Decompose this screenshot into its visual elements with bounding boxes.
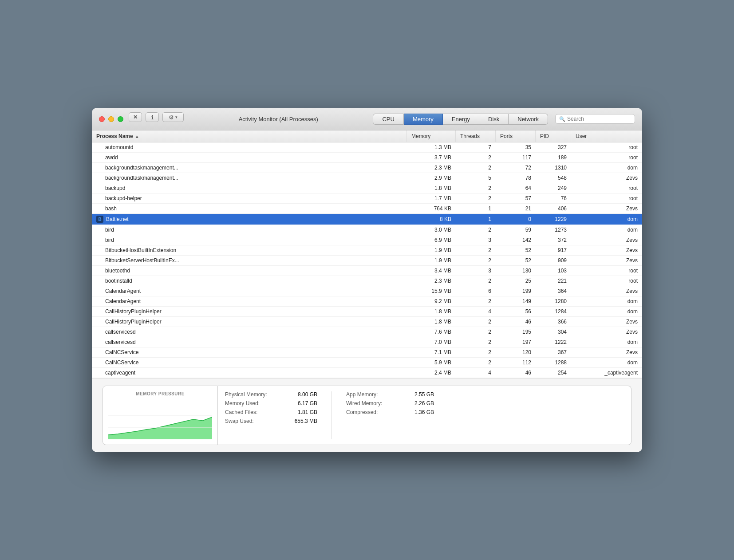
col-header-memory[interactable]: Memory (407, 130, 456, 142)
table-row[interactable]: backupd1.8 MB264249root (92, 183, 642, 193)
threads-cell: 7 (456, 142, 496, 152)
process-name-text: awdd (105, 154, 118, 161)
memory-cell: 9.2 MB (407, 296, 456, 306)
table-row[interactable]: bluetoothd3.4 MB3130103root (92, 266, 642, 276)
ports-cell: 46 (496, 317, 536, 327)
table-row[interactable]: backgroundtaskmanagement...2.3 MB2721310… (92, 163, 642, 173)
table-row[interactable]: CalNCService7.1 MB2120367Zevs (92, 347, 642, 358)
table-row[interactable]: BitbucketHostBuiltInExtension1.9 MB25291… (92, 245, 642, 256)
user-cell: dom (571, 358, 642, 367)
table-row[interactable]: automountd1.3 MB735327root (92, 142, 642, 153)
col-header-ports[interactable]: Ports (496, 130, 536, 142)
col-header-user[interactable]: User (571, 130, 642, 142)
table-body: automountd1.3 MB735327rootawdd3.7 MB2117… (92, 142, 642, 378)
user-cell: dom (571, 214, 642, 225)
user-cell: root (571, 276, 642, 286)
process-name-cell: BBattle.net (92, 214, 407, 225)
user-cell: Zevs (571, 235, 642, 245)
search-box[interactable]: 🔍 (555, 114, 635, 124)
pid-cell: 548 (536, 173, 571, 183)
search-input[interactable] (567, 116, 631, 122)
threads-cell: 2 (456, 225, 496, 235)
info-button[interactable]: ℹ (146, 112, 159, 122)
pid-cell: 1288 (536, 358, 571, 367)
table-row[interactable]: awdd3.7 MB2117189root (92, 153, 642, 163)
ports-cell: 130 (496, 266, 536, 276)
window-title: Activity Monitor (All Processes) (184, 116, 373, 122)
tab-memory[interactable]: Memory (404, 114, 443, 125)
mp-divider (108, 400, 212, 400)
table-row[interactable]: BitbucketServerHostBuiltInEx...1.9 MB252… (92, 256, 642, 266)
threads-cell: 2 (456, 296, 496, 306)
ports-cell: 112 (496, 358, 536, 367)
table-row[interactable]: callservicesd7.0 MB21971222dom (92, 337, 642, 347)
tab-energy[interactable]: Energy (443, 114, 479, 125)
threads-cell: 4 (456, 307, 496, 316)
memory-pressure-chart (108, 404, 212, 439)
table-row[interactable]: CallHistoryPluginHelper1.8 MB4561284dom (92, 307, 642, 317)
process-name-text: CalendarAgent (105, 288, 141, 294)
close-button[interactable] (99, 116, 105, 122)
gear-icon: ⚙ (169, 114, 174, 121)
table-row[interactable]: backupd-helper1.7 MB25776root (92, 193, 642, 204)
memory-cell: 1.8 MB (407, 317, 456, 327)
stat-value: 1.81 GB (286, 409, 317, 415)
threads-cell: 6 (456, 286, 496, 296)
process-name-cell: backgroundtaskmanagement... (92, 163, 407, 173)
process-name-cell: CalNCService (92, 347, 407, 357)
maximize-button[interactable] (118, 116, 123, 122)
ports-cell: 0 (496, 214, 536, 225)
stat-value: 6.17 GB (286, 400, 317, 406)
table-row[interactable]: BBattle.net8 KB101229dom (92, 214, 642, 225)
ports-cell: 72 (496, 163, 536, 173)
process-name-cell: BitbucketServerHostBuiltInEx... (92, 256, 407, 265)
memory-cell: 2.3 MB (407, 163, 456, 173)
col-header-threads[interactable]: Threads (456, 130, 496, 142)
table-row[interactable]: callservicesd7.6 MB2195304Zevs (92, 327, 642, 337)
user-cell: root (571, 193, 642, 203)
memory-cell: 5.9 MB (407, 358, 456, 367)
table-row[interactable]: CalendarAgent15.9 MB6199364Zevs (92, 286, 642, 296)
table-row[interactable]: CallHistoryPluginHelper1.8 MB246366Zevs (92, 317, 642, 327)
ports-cell: 21 (496, 204, 536, 213)
table-row[interactable]: bash764 KB121406Zevs (92, 204, 642, 214)
table-header: Process Name▲MemoryThreadsPortsPIDUser (92, 130, 642, 142)
table-row[interactable]: CalNCService5.9 MB21121288dom (92, 358, 642, 368)
threads-cell: 2 (456, 276, 496, 286)
process-name-cell: CalendarAgent (92, 286, 407, 296)
table-row[interactable]: bird3.0 MB2591273dom (92, 225, 642, 235)
ports-cell: 64 (496, 183, 536, 193)
col-header-pid[interactable]: PID (536, 130, 571, 142)
col-header-process_name[interactable]: Process Name▲ (92, 130, 407, 142)
tab-cpu[interactable]: CPU (373, 114, 403, 125)
user-cell: root (571, 183, 642, 193)
user-cell: dom (571, 225, 642, 235)
activity-monitor-window: ✕ ℹ ⚙ ▾ Activity Monitor (All Processes)… (92, 108, 642, 452)
tab-group: CPUMemoryEnergyDiskNetwork (373, 114, 548, 125)
table-row[interactable]: captiveagent2.4 MB446254_captiveagent (92, 368, 642, 378)
user-cell: root (571, 153, 642, 162)
table-row[interactable]: bootinstalld2.3 MB225221root (92, 276, 642, 286)
table-row[interactable]: CalendarAgent9.2 MB21491280dom (92, 296, 642, 307)
stat-row: Swap Used:655.3 MB (225, 418, 317, 424)
tab-network[interactable]: Network (509, 114, 548, 125)
process-name-text: bird (105, 237, 114, 243)
process-name-cell: bootinstalld (92, 276, 407, 286)
threads-cell: 2 (456, 347, 496, 357)
threads-cell: 1 (456, 204, 496, 213)
table-row[interactable]: backgroundtaskmanagement...2.9 MB578548Z… (92, 173, 642, 183)
minimize-button[interactable] (108, 116, 114, 122)
x-button[interactable]: ✕ (129, 112, 142, 122)
tab-disk[interactable]: Disk (479, 114, 509, 125)
threads-cell: 3 (456, 266, 496, 276)
table-row[interactable]: bird6.9 MB3142372Zevs (92, 235, 642, 245)
ports-cell: 117 (496, 153, 536, 162)
pid-cell: 1310 (536, 163, 571, 173)
memory-cell: 8 KB (407, 214, 456, 225)
ports-cell: 195 (496, 327, 536, 337)
gear-button[interactable]: ⚙ ▾ (162, 112, 184, 122)
ports-cell: 199 (496, 286, 536, 296)
process-name-text: CalNCService (105, 349, 138, 355)
pid-cell: 1280 (536, 296, 571, 306)
svg-text:B: B (98, 217, 101, 222)
